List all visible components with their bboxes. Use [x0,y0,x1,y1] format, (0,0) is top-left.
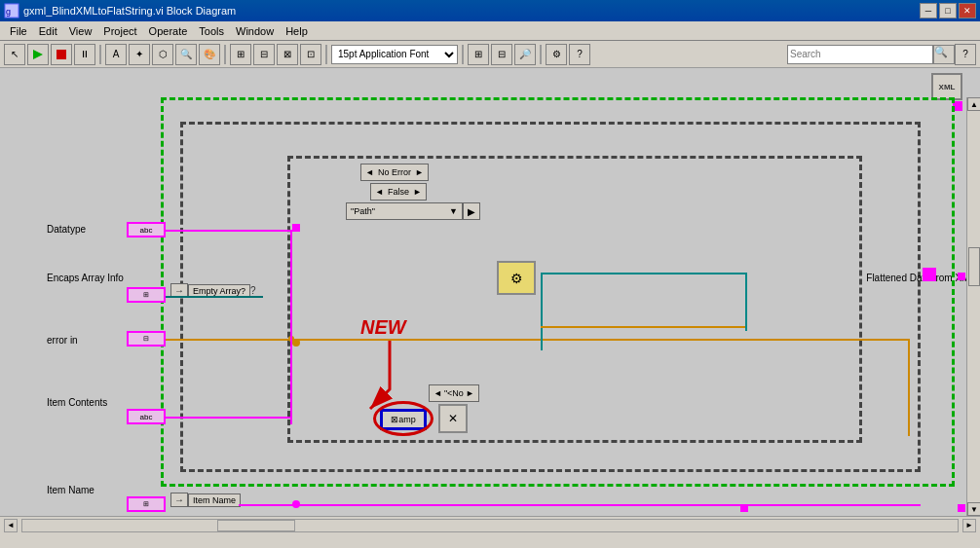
tool-arrow[interactable]: ↖ [4,44,25,65]
help-button[interactable]: ? [955,44,976,65]
x-node[interactable]: ✕ [438,404,468,433]
search-button[interactable]: 🔍 [933,45,955,64]
menu-window[interactable]: Window [230,24,280,38]
wire-error-in [166,339,292,341]
tool-color[interactable]: 🎨 [199,44,220,65]
xml-badge-text: XML [939,83,956,91]
toolbar-sep-2 [224,45,226,64]
status-bar: ◄ ► [0,516,980,533]
wire-teal-v2 [745,273,747,331]
toolbar-sep-1 [99,45,101,64]
tool-wire[interactable]: ✦ [129,44,150,65]
flattened-terminal [923,268,936,281]
scroll-down-btn[interactable]: ▼ [967,502,980,516]
window-title: gxml_BlindXMLtoFlatString.vi Block Diagr… [23,5,920,17]
svg-marker-2 [33,50,43,59]
tool-align2[interactable]: ⊞ [468,44,489,65]
pink-terminal-1 [292,224,300,232]
scroll-left-btn[interactable]: ◄ [4,519,18,532]
item-contents-label: Item Contents [47,397,107,408]
minimize-button[interactable]: ─ [920,3,937,18]
menu-edit[interactable]: Edit [33,24,63,38]
window-controls: ─ □ ✕ [920,3,976,18]
tool-distribute[interactable]: ⊟ [253,44,275,65]
tool-order[interactable]: ⊡ [300,44,321,65]
item-contents-terminal: abc [127,409,166,424]
font-selector[interactable]: 15pt Application Font [331,45,458,64]
wire-teal-vertical [541,273,543,350]
menu-help[interactable]: Help [280,24,314,38]
path-arrow-ctrl: ▶ [463,202,480,220]
tool-resize[interactable]: ⊠ [277,44,298,65]
xml-badge: XML [931,73,962,100]
item-name-ctrl-group: → Item Name [170,493,241,507]
tool-extra[interactable]: ⚙ [546,44,567,65]
wire-datatype [166,230,292,232]
tool-run[interactable] [27,44,49,65]
menu-project[interactable]: Project [97,24,142,38]
error-in-label: error in [47,335,78,346]
datatype-label: Datatype [47,224,86,235]
new-annotation-text: NEW [360,316,406,339]
item-name-ctrl-box[interactable]: Item Name [188,493,241,507]
menu-view[interactable]: View [63,24,98,38]
menu-tools[interactable]: Tools [193,24,230,38]
item-name-terminal: ⊞ [127,496,166,512]
wire-pink-vertical [290,230,292,424]
menu-bar: File Edit View Project Operate Tools Win… [0,21,980,41]
tool-align[interactable]: ⊞ [230,44,251,65]
tool-help[interactable]: ? [569,44,590,65]
search-bar: 🔍 ? [787,44,976,65]
horizontal-scrollbar[interactable] [21,519,959,532]
new-annotation-circle [373,401,433,436]
datatype-terminal: abc [127,222,166,237]
pink-terminal-right-bottom [740,504,748,512]
maximize-button[interactable]: □ [939,3,957,18]
encaps-label: Encaps Array Info [47,273,124,283]
toolbar: ↖ ⏸ A ✦ ⬡ 🔍 🎨 ⊞ ⊟ ⊠ ⊡ 15pt Application F… [0,41,980,68]
tool-pause[interactable]: ⏸ [74,44,95,65]
error-in-terminal: ⊟ [127,331,166,347]
pink-terminal-far-right [958,504,965,512]
tool-stop[interactable] [51,44,72,65]
vertical-scrollbar[interactable]: ▲ ▼ [966,97,980,516]
svg-text:g: g [6,7,11,17]
toolbar-sep-4 [462,45,464,64]
false-select[interactable]: ◄ False ► [370,183,427,201]
wire-item-name-right [239,504,921,506]
canvas-area: XML ◄ No Error ► ◄ False ► "Path" ▼ ▶ ⚙ … [0,68,980,516]
menu-operate[interactable]: Operate [143,24,194,38]
pink-terminal-output [958,273,965,280]
path-select[interactable]: "Path" ▼ [346,202,463,220]
tool-text[interactable]: A [105,44,127,65]
brown-dot-1 [292,339,300,347]
close-button[interactable]: ✕ [959,3,976,18]
h-scroll-thumb[interactable] [217,520,295,531]
scroll-thumb[interactable] [968,247,980,286]
wire-item-contents [166,417,292,419]
no-text: "<No [444,388,464,398]
path-text: "Path" [351,206,375,216]
false-text: False [388,187,409,197]
title-bar: g gxml_BlindXMLtoFlatString.vi Block Dia… [0,0,980,21]
function-node-top[interactable]: ⚙ [497,261,536,295]
app-icon: g [4,3,19,18]
scroll-right-btn[interactable]: ► [962,519,976,532]
tool-zoom[interactable]: 🔎 [514,44,536,65]
tool-select[interactable]: ⬡ [152,44,173,65]
no-error-text: No Error [378,167,411,177]
dot-item-name [292,500,300,508]
search-input[interactable] [787,45,933,64]
no-error-select[interactable]: ◄ No Error ► [360,164,429,181]
tool-probe[interactable]: 🔍 [175,44,197,65]
scroll-up-btn[interactable]: ▲ [967,97,980,111]
wire-encaps [166,296,263,298]
wire-error-down [908,339,910,436]
menu-file[interactable]: File [4,24,33,38]
wire-teal-horizontal [541,273,745,274]
tool-dist2[interactable]: ⊟ [491,44,512,65]
toolbar-sep-5 [540,45,542,64]
wire-yellow-h2 [541,326,745,328]
item-name-label: Item Name [47,485,94,495]
toolbar-sep-3 [325,45,327,64]
